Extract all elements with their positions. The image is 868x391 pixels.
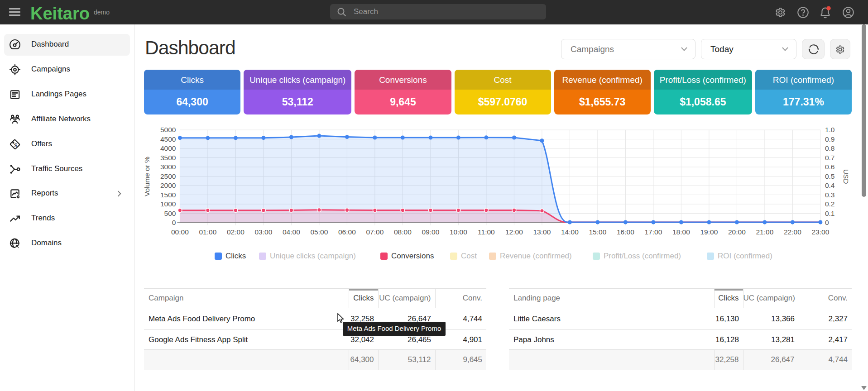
svg-text:0.2: 0.2 xyxy=(825,200,835,208)
svg-text:19:00: 19:00 xyxy=(700,228,718,236)
svg-text:05:00: 05:00 xyxy=(311,228,328,236)
svg-text:17:00: 17:00 xyxy=(645,228,662,236)
svg-text:2000: 2000 xyxy=(160,181,176,189)
svg-text:07:00: 07:00 xyxy=(366,228,384,236)
svg-text:3500: 3500 xyxy=(160,154,176,162)
svg-text:20:00: 20:00 xyxy=(728,228,746,236)
svg-text:14:00: 14:00 xyxy=(561,228,579,236)
svg-text:04:00: 04:00 xyxy=(283,228,300,236)
svg-text:1500: 1500 xyxy=(160,191,176,199)
svg-text:0.6: 0.6 xyxy=(825,163,835,171)
svg-text:0: 0 xyxy=(172,219,176,226)
svg-text:02:00: 02:00 xyxy=(227,228,245,236)
svg-text:12:00: 12:00 xyxy=(505,228,523,236)
svg-text:09:00: 09:00 xyxy=(422,228,440,236)
svg-text:15:00: 15:00 xyxy=(589,228,607,236)
svg-text:4000: 4000 xyxy=(160,144,176,152)
svg-text:Volume or %: Volume or % xyxy=(144,157,151,196)
svg-text:3000: 3000 xyxy=(160,163,176,171)
svg-text:21:00: 21:00 xyxy=(756,228,774,236)
svg-text:08:00: 08:00 xyxy=(394,228,412,236)
svg-text:00:00: 00:00 xyxy=(171,228,189,236)
svg-text:4500: 4500 xyxy=(160,135,176,143)
svg-text:0.9: 0.9 xyxy=(825,135,835,143)
svg-text:10:00: 10:00 xyxy=(450,228,467,236)
svg-text:18:00: 18:00 xyxy=(672,228,690,236)
svg-text:0.5: 0.5 xyxy=(825,172,835,180)
svg-text:06:00: 06:00 xyxy=(338,228,356,236)
svg-text:23:00: 23:00 xyxy=(812,228,830,236)
svg-text:0.7: 0.7 xyxy=(825,154,835,162)
svg-text:1000: 1000 xyxy=(160,200,176,208)
svg-text:0.8: 0.8 xyxy=(825,144,835,152)
svg-text:01:00: 01:00 xyxy=(199,228,217,236)
svg-text:2500: 2500 xyxy=(160,172,176,180)
svg-text:0.4: 0.4 xyxy=(825,181,835,189)
svg-text:0.1: 0.1 xyxy=(825,210,835,217)
svg-text:0: 0 xyxy=(825,219,829,226)
svg-text:USD: USD xyxy=(842,169,850,184)
svg-text:500: 500 xyxy=(164,210,176,217)
svg-text:1.0: 1.0 xyxy=(825,126,835,134)
svg-text:22:00: 22:00 xyxy=(784,228,801,236)
svg-text:5000: 5000 xyxy=(160,126,176,134)
svg-text:13:00: 13:00 xyxy=(533,228,551,236)
svg-text:11:00: 11:00 xyxy=(478,228,495,236)
svg-text:0.3: 0.3 xyxy=(825,191,835,199)
svg-text:03:00: 03:00 xyxy=(255,228,273,236)
svg-text:S: S xyxy=(14,141,17,148)
svg-text:16:00: 16:00 xyxy=(617,228,634,236)
